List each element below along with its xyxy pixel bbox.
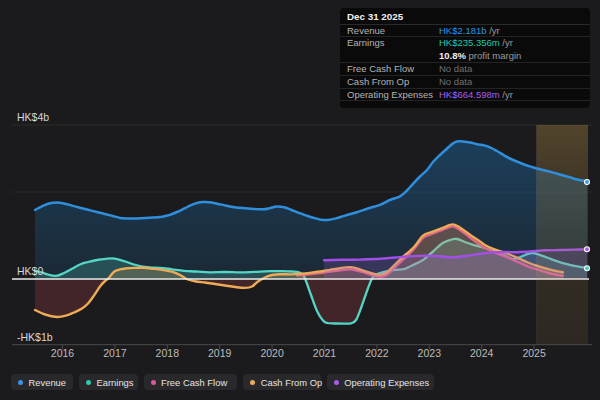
svg-text:2021: 2021 (313, 347, 337, 359)
svg-text:HK$0: HK$0 (17, 265, 43, 277)
svg-text:-HK$1b: -HK$1b (17, 331, 53, 343)
svg-text:2025: 2025 (522, 347, 546, 359)
svg-text:2018: 2018 (156, 347, 180, 359)
svg-text:2019: 2019 (208, 347, 232, 359)
svg-text:HK$4b: HK$4b (17, 111, 49, 123)
svg-text:2024: 2024 (470, 347, 494, 359)
svg-text:2023: 2023 (418, 347, 442, 359)
svg-text:2017: 2017 (103, 347, 127, 359)
svg-text:2016: 2016 (51, 347, 75, 359)
svg-text:2020: 2020 (260, 347, 284, 359)
svg-text:2022: 2022 (365, 347, 389, 359)
